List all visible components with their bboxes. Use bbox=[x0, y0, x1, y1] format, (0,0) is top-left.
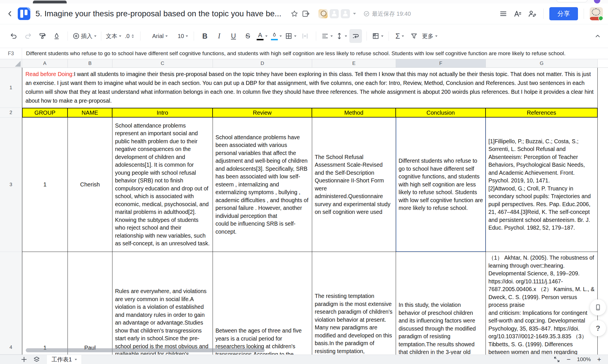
column-header-d[interactable]: D bbox=[213, 59, 312, 67]
row-header-4[interactable]: 4 bbox=[0, 252, 22, 355]
cell-e3[interactable]: The School Refusal Assessment Scale-Revi… bbox=[312, 118, 396, 252]
italic-button[interactable]: I bbox=[213, 29, 225, 43]
horizontal-scrollbar[interactable] bbox=[26, 348, 265, 352]
underline-button[interactable]: U bbox=[227, 29, 240, 43]
plus-circle-icon bbox=[72, 32, 80, 40]
mobile-view-button[interactable] bbox=[590, 299, 606, 315]
vertical-align-button[interactable] bbox=[335, 29, 348, 43]
decimal-places-stepper[interactable]: .0 bbox=[123, 29, 136, 43]
cell-f2[interactable]: Conclusion bbox=[396, 108, 486, 118]
sheet-tab-active[interactable]: 工作表1 bbox=[47, 355, 82, 364]
column-header-c[interactable]: C bbox=[112, 59, 213, 67]
collapse-toolbar-icon[interactable] bbox=[591, 29, 604, 43]
merge-cells-button[interactable] bbox=[299, 29, 311, 43]
collaborator-avatar[interactable] bbox=[318, 9, 328, 18]
strikethrough-button[interactable]: S bbox=[241, 29, 254, 43]
stepper-arrows-icon[interactable] bbox=[132, 34, 134, 38]
fill-color-button[interactable] bbox=[270, 29, 283, 43]
app-logo-icon[interactable] bbox=[18, 7, 30, 20]
font-size-select[interactable]: 10 bbox=[177, 29, 189, 43]
chevron-down-icon bbox=[119, 35, 121, 37]
undo-icon[interactable] bbox=[7, 29, 20, 43]
cell-c2[interactable]: Intro bbox=[112, 108, 213, 118]
share-button[interactable]: 分享 bbox=[549, 7, 578, 20]
bold-button[interactable]: B bbox=[199, 29, 211, 43]
paint-bucket-icon bbox=[271, 32, 278, 38]
cell-b4[interactable]: Paul bbox=[68, 252, 112, 355]
column-header-a[interactable]: A bbox=[22, 59, 68, 67]
cell-d3[interactable]: School attendance problems have been ass… bbox=[213, 118, 312, 252]
fullscreen-icon[interactable] bbox=[553, 356, 560, 363]
cell-e2[interactable]: Method bbox=[312, 108, 396, 118]
cell-a3[interactable]: 1 bbox=[22, 118, 68, 252]
select-all-corner[interactable] bbox=[0, 59, 22, 67]
browser-tab[interactable] bbox=[33, 1, 67, 3]
divider bbox=[389, 31, 389, 41]
star-icon[interactable] bbox=[289, 8, 300, 19]
redo-icon[interactable] bbox=[22, 29, 34, 43]
add-sheet-icon[interactable] bbox=[18, 355, 30, 364]
insert-button[interactable]: 插入 bbox=[72, 29, 96, 43]
chevron-down-icon bbox=[165, 35, 168, 37]
filter-button[interactable] bbox=[408, 29, 420, 43]
name-box[interactable]: F3 bbox=[0, 48, 22, 59]
sheet-tab-chevron-icon[interactable] bbox=[75, 359, 77, 360]
avatars-chevron-down-icon[interactable] bbox=[353, 13, 356, 15]
sheet-list-icon[interactable] bbox=[30, 355, 43, 364]
help-button[interactable]: ? bbox=[590, 320, 606, 336]
cell-g2[interactable]: References bbox=[486, 108, 598, 118]
font-family-select[interactable]: Arial bbox=[145, 29, 175, 43]
cell-g4[interactable]: （1） Akhtar, N. (2005). The robustness of… bbox=[486, 252, 598, 355]
titlebar: 5. Imagine your thesis pre-proposal base… bbox=[0, 3, 608, 24]
column-header-f[interactable]: F bbox=[396, 59, 486, 67]
cell-b3[interactable]: Cherish bbox=[68, 118, 112, 252]
column-header-g[interactable]: G bbox=[486, 59, 598, 67]
cell-g3[interactable]: [1]Fillipello, P.; Buzzai, C.; Costa, S.… bbox=[486, 118, 598, 252]
cell-b2[interactable]: NAME bbox=[68, 108, 112, 118]
cell-c4[interactable]: Rules are everywhere, and violations are… bbox=[112, 252, 213, 355]
cell-c3[interactable]: School attendance problems represent an … bbox=[112, 118, 213, 252]
zoom-level[interactable]: 100% bbox=[577, 356, 591, 363]
row-header-3[interactable]: 3 bbox=[0, 118, 22, 252]
formula-input[interactable]: Different students who refuse to go to s… bbox=[22, 48, 608, 59]
collaborator-avatar[interactable] bbox=[330, 9, 339, 18]
wrap-text-button[interactable] bbox=[349, 29, 362, 43]
clear-format-icon[interactable] bbox=[50, 29, 63, 43]
text-tools-icon[interactable] bbox=[512, 8, 523, 19]
cell-f3-selected[interactable]: Different students who refuse to go to s… bbox=[396, 118, 486, 252]
assign-user-icon[interactable] bbox=[526, 8, 538, 19]
cell-a4[interactable]: 1 bbox=[22, 252, 68, 355]
collaborator-avatars[interactable] bbox=[318, 9, 356, 18]
document-title[interactable]: 5. Imagine your thesis pre-proposal base… bbox=[35, 9, 281, 18]
zoom-in-button[interactable]: + bbox=[597, 356, 601, 363]
collaborator-avatar[interactable] bbox=[341, 9, 350, 18]
back-icon[interactable] bbox=[6, 9, 14, 18]
column-header-b[interactable]: B bbox=[68, 59, 112, 67]
row-header-2[interactable]: 2 bbox=[0, 108, 22, 118]
sum-button[interactable]: Σ bbox=[393, 29, 406, 43]
cell-e4[interactable]: The resisting temptation paradigm is the… bbox=[312, 252, 396, 355]
borders-button[interactable] bbox=[284, 29, 297, 43]
divider bbox=[194, 31, 194, 41]
font-color-button[interactable]: A bbox=[256, 29, 268, 43]
menu-icon[interactable] bbox=[498, 8, 509, 19]
format-painter-icon[interactable] bbox=[36, 29, 49, 43]
row-3: 3 1 Cherish School attendance problems r… bbox=[0, 118, 608, 252]
freeze-panes-button[interactable] bbox=[371, 29, 384, 43]
chevron-down-icon bbox=[186, 35, 188, 37]
save-status: 最近保存 19:40 bbox=[363, 10, 411, 18]
column-header-e[interactable]: E bbox=[312, 59, 396, 67]
cell-d4[interactable]: Between the ages of three and five years… bbox=[213, 252, 312, 355]
text-format-dropdown[interactable]: 文本 bbox=[106, 29, 121, 43]
more-button[interactable]: 更多 bbox=[422, 29, 437, 43]
horizontal-align-button[interactable] bbox=[321, 29, 333, 43]
cell-a1-instructions[interactable]: Read before Doing:I want all students to… bbox=[22, 68, 598, 108]
cell-a2[interactable]: GROUP bbox=[22, 108, 68, 118]
browser-profile-icon[interactable] bbox=[594, 0, 600, 3]
move-to-folder-icon[interactable] bbox=[300, 8, 312, 19]
account-avatar[interactable] bbox=[590, 7, 603, 20]
cell-f4[interactable]: In this study, the violation behavior of… bbox=[396, 252, 486, 355]
row-header-1[interactable]: 1 bbox=[0, 68, 22, 108]
zoom-out-button[interactable]: − bbox=[567, 356, 571, 363]
cell-d2[interactable]: Review bbox=[213, 108, 312, 118]
